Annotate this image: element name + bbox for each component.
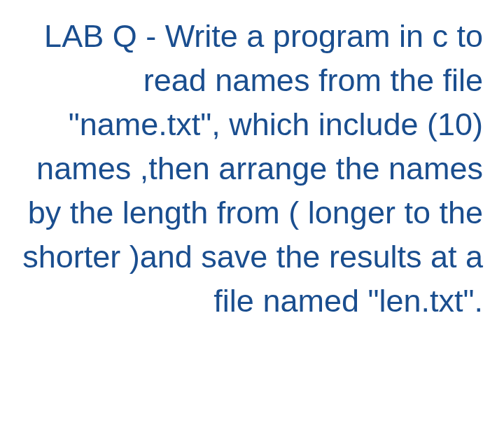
lab-question-text: LAB Q - Write a program in c to read nam… <box>21 14 483 323</box>
